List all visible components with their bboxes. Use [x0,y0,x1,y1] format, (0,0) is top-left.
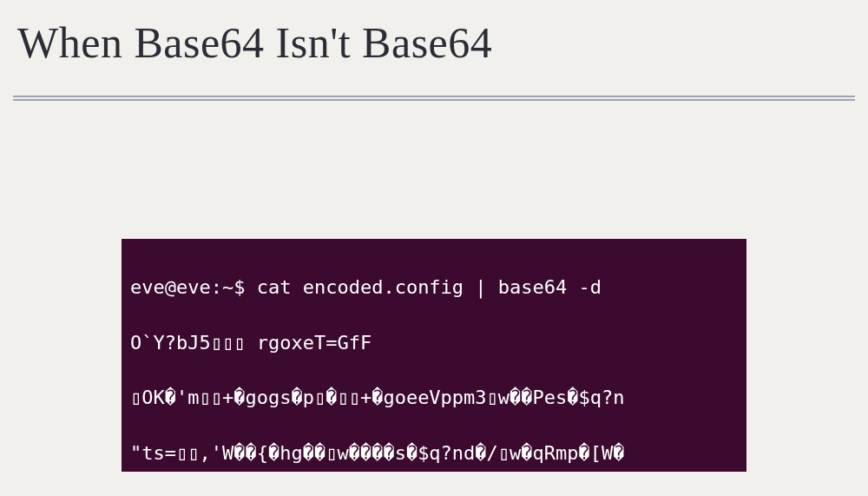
title-divider [13,96,855,101]
terminal-line-1: O`Y?bJ5▯▯▯ rgoxeT=GfF [130,329,738,357]
terminal-output: eve@eve:~$ cat encoded.config | base64 -… [122,239,746,472]
terminal-line-2: ▯OK�'m▯▯+�gogs�p▯�▯▯+�goeeVppm3▯w��Pes�$… [130,384,738,412]
slide-title: When Base64 Isn't Base64 [0,0,868,78]
terminal-line-0: eve@eve:~$ cat encoded.config | base64 -… [130,274,738,301]
terminal-line-3: "ts=▯▯,'W��{�hg��▯w����s�$q?nd�/▯w�qRmp�… [130,440,738,467]
